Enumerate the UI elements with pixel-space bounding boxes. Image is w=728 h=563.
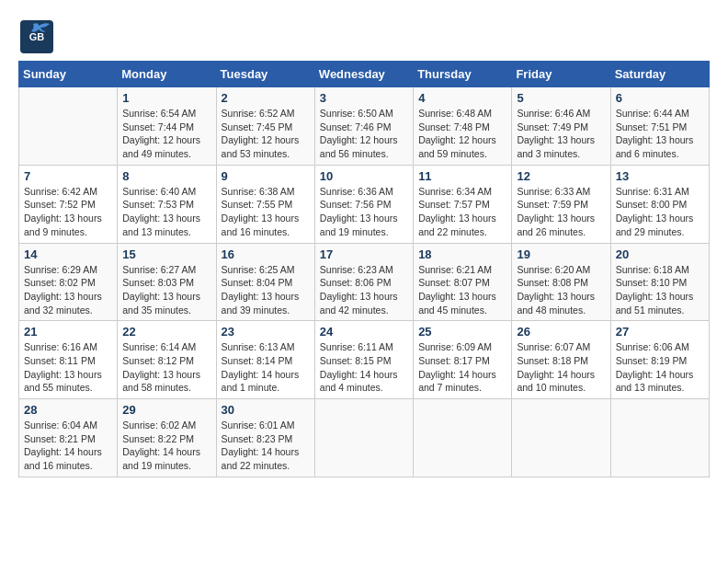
day-number: 24 — [320, 325, 408, 339]
day-number: 23 — [222, 325, 310, 339]
calendar-cell: 27Sunrise: 6:06 AM Sunset: 8:19 PM Dayli… — [610, 321, 709, 399]
day-number: 12 — [517, 169, 605, 183]
day-number: 11 — [418, 169, 506, 183]
day-number: 16 — [222, 247, 310, 261]
calendar-cell: 26Sunrise: 6:07 AM Sunset: 8:18 PM Dayli… — [512, 321, 610, 399]
calendar-week-row: 21Sunrise: 6:16 AM Sunset: 8:11 PM Dayli… — [19, 321, 710, 399]
calendar-cell: 21Sunrise: 6:16 AM Sunset: 8:11 PM Dayli… — [19, 321, 118, 399]
day-number: 17 — [320, 247, 408, 261]
day-number: 25 — [418, 325, 506, 339]
day-info: Sunrise: 6:21 AM Sunset: 8:07 PM Dayligh… — [418, 263, 506, 317]
day-info: Sunrise: 6:13 AM Sunset: 8:14 PM Dayligh… — [222, 340, 310, 395]
calendar-cell: 3Sunrise: 6:50 AM Sunset: 7:46 PM Daylig… — [314, 87, 413, 166]
day-number: 19 — [517, 247, 605, 261]
calendar-cell: 7Sunrise: 6:42 AM Sunset: 7:52 PM Daylig… — [19, 165, 118, 243]
day-number: 6 — [616, 91, 704, 105]
day-number: 28 — [24, 403, 112, 417]
day-number: 18 — [418, 247, 506, 261]
calendar-cell: 12Sunrise: 6:33 AM Sunset: 7:59 PM Dayli… — [512, 165, 610, 243]
day-number: 10 — [320, 169, 408, 183]
page-header: GB — [18, 18, 710, 55]
day-number: 21 — [24, 325, 112, 339]
day-number: 29 — [122, 403, 210, 417]
calendar-cell: 6Sunrise: 6:44 AM Sunset: 7:51 PM Daylig… — [610, 87, 709, 166]
calendar-week-row: 28Sunrise: 6:04 AM Sunset: 8:21 PM Dayli… — [19, 399, 710, 477]
day-info: Sunrise: 6:29 AM Sunset: 8:02 PM Dayligh… — [24, 263, 112, 317]
day-number: 4 — [418, 91, 506, 105]
day-number: 15 — [122, 247, 210, 261]
day-info: Sunrise: 6:01 AM Sunset: 8:23 PM Dayligh… — [222, 419, 310, 473]
calendar-cell: 24Sunrise: 6:11 AM Sunset: 8:15 PM Dayli… — [314, 321, 413, 399]
calendar-cell: 10Sunrise: 6:36 AM Sunset: 7:56 PM Dayli… — [314, 165, 413, 243]
day-info: Sunrise: 6:18 AM Sunset: 8:10 PM Dayligh… — [616, 263, 704, 317]
calendar-week-row: 14Sunrise: 6:29 AM Sunset: 8:02 PM Dayli… — [19, 243, 710, 321]
calendar-cell: 30Sunrise: 6:01 AM Sunset: 8:23 PM Dayli… — [216, 399, 314, 477]
column-header-thursday: Thursday — [414, 62, 512, 87]
day-info: Sunrise: 6:34 AM Sunset: 7:57 PM Dayligh… — [418, 185, 506, 239]
calendar-cell — [19, 87, 118, 166]
day-info: Sunrise: 6:04 AM Sunset: 8:21 PM Dayligh… — [24, 419, 112, 473]
calendar-cell: 18Sunrise: 6:21 AM Sunset: 8:07 PM Dayli… — [414, 243, 512, 321]
calendar-cell: 19Sunrise: 6:20 AM Sunset: 8:08 PM Dayli… — [512, 243, 610, 321]
day-number: 5 — [517, 91, 605, 105]
calendar-cell: 11Sunrise: 6:34 AM Sunset: 7:57 PM Dayli… — [414, 165, 512, 243]
column-header-saturday: Saturday — [610, 62, 709, 87]
day-info: Sunrise: 6:11 AM Sunset: 8:15 PM Dayligh… — [320, 340, 408, 395]
day-info: Sunrise: 6:25 AM Sunset: 8:04 PM Dayligh… — [222, 263, 310, 317]
day-number: 2 — [222, 91, 310, 105]
calendar-cell: 13Sunrise: 6:31 AM Sunset: 8:00 PM Dayli… — [610, 165, 709, 243]
day-number: 9 — [222, 169, 310, 183]
day-info: Sunrise: 6:31 AM Sunset: 8:00 PM Dayligh… — [616, 185, 704, 239]
calendar-cell: 2Sunrise: 6:52 AM Sunset: 7:45 PM Daylig… — [216, 87, 314, 166]
day-number: 1 — [122, 91, 210, 105]
calendar-cell: 17Sunrise: 6:23 AM Sunset: 8:06 PM Dayli… — [314, 243, 413, 321]
calendar-cell: 29Sunrise: 6:02 AM Sunset: 8:22 PM Dayli… — [118, 399, 216, 477]
day-info: Sunrise: 6:54 AM Sunset: 7:44 PM Dayligh… — [122, 107, 210, 161]
day-info: Sunrise: 6:23 AM Sunset: 8:06 PM Dayligh… — [320, 263, 408, 317]
day-number: 8 — [122, 169, 210, 183]
day-number: 7 — [24, 169, 112, 183]
calendar-week-row: 7Sunrise: 6:42 AM Sunset: 7:52 PM Daylig… — [19, 165, 710, 243]
day-info: Sunrise: 6:38 AM Sunset: 7:55 PM Dayligh… — [222, 185, 310, 239]
calendar-cell: 8Sunrise: 6:40 AM Sunset: 7:53 PM Daylig… — [118, 165, 216, 243]
calendar-cell — [414, 399, 512, 477]
day-number: 3 — [320, 91, 408, 105]
calendar-cell — [512, 399, 610, 477]
calendar-cell: 16Sunrise: 6:25 AM Sunset: 8:04 PM Dayli… — [216, 243, 314, 321]
day-info: Sunrise: 6:50 AM Sunset: 7:46 PM Dayligh… — [320, 107, 408, 161]
logo: GB — [18, 18, 59, 55]
day-info: Sunrise: 6:48 AM Sunset: 7:48 PM Dayligh… — [418, 107, 506, 161]
day-number: 27 — [616, 325, 704, 339]
day-info: Sunrise: 6:40 AM Sunset: 7:53 PM Dayligh… — [122, 185, 210, 239]
calendar-table: SundayMondayTuesdayWednesdayThursdayFrid… — [18, 61, 710, 477]
calendar-cell: 23Sunrise: 6:13 AM Sunset: 8:14 PM Dayli… — [216, 321, 314, 399]
day-number: 20 — [616, 247, 704, 261]
day-info: Sunrise: 6:02 AM Sunset: 8:22 PM Dayligh… — [122, 419, 210, 473]
logo-icon: GB — [18, 18, 55, 55]
svg-text:GB: GB — [29, 31, 45, 42]
calendar-cell: 25Sunrise: 6:09 AM Sunset: 8:17 PM Dayli… — [414, 321, 512, 399]
day-number: 26 — [517, 325, 605, 339]
day-info: Sunrise: 6:07 AM Sunset: 8:18 PM Dayligh… — [517, 340, 605, 395]
calendar-cell — [314, 399, 413, 477]
day-info: Sunrise: 6:36 AM Sunset: 7:56 PM Dayligh… — [320, 185, 408, 239]
calendar-week-row: 1Sunrise: 6:54 AM Sunset: 7:44 PM Daylig… — [19, 87, 710, 166]
day-number: 30 — [222, 403, 310, 417]
day-number: 13 — [616, 169, 704, 183]
day-info: Sunrise: 6:16 AM Sunset: 8:11 PM Dayligh… — [24, 340, 112, 395]
calendar-cell: 28Sunrise: 6:04 AM Sunset: 8:21 PM Dayli… — [19, 399, 118, 477]
calendar-cell: 1Sunrise: 6:54 AM Sunset: 7:44 PM Daylig… — [118, 87, 216, 166]
day-info: Sunrise: 6:44 AM Sunset: 7:51 PM Dayligh… — [616, 107, 704, 161]
day-info: Sunrise: 6:52 AM Sunset: 7:45 PM Dayligh… — [222, 107, 310, 161]
column-header-tuesday: Tuesday — [216, 62, 314, 87]
calendar-cell: 4Sunrise: 6:48 AM Sunset: 7:48 PM Daylig… — [414, 87, 512, 166]
day-number: 14 — [24, 247, 112, 261]
calendar-cell: 5Sunrise: 6:46 AM Sunset: 7:49 PM Daylig… — [512, 87, 610, 166]
calendar-cell: 20Sunrise: 6:18 AM Sunset: 8:10 PM Dayli… — [610, 243, 709, 321]
calendar-cell: 15Sunrise: 6:27 AM Sunset: 8:03 PM Dayli… — [118, 243, 216, 321]
calendar-cell: 22Sunrise: 6:14 AM Sunset: 8:12 PM Dayli… — [118, 321, 216, 399]
day-info: Sunrise: 6:20 AM Sunset: 8:08 PM Dayligh… — [517, 263, 605, 317]
day-info: Sunrise: 6:33 AM Sunset: 7:59 PM Dayligh… — [517, 185, 605, 239]
day-info: Sunrise: 6:06 AM Sunset: 8:19 PM Dayligh… — [616, 340, 704, 395]
calendar-cell: 14Sunrise: 6:29 AM Sunset: 8:02 PM Dayli… — [19, 243, 118, 321]
